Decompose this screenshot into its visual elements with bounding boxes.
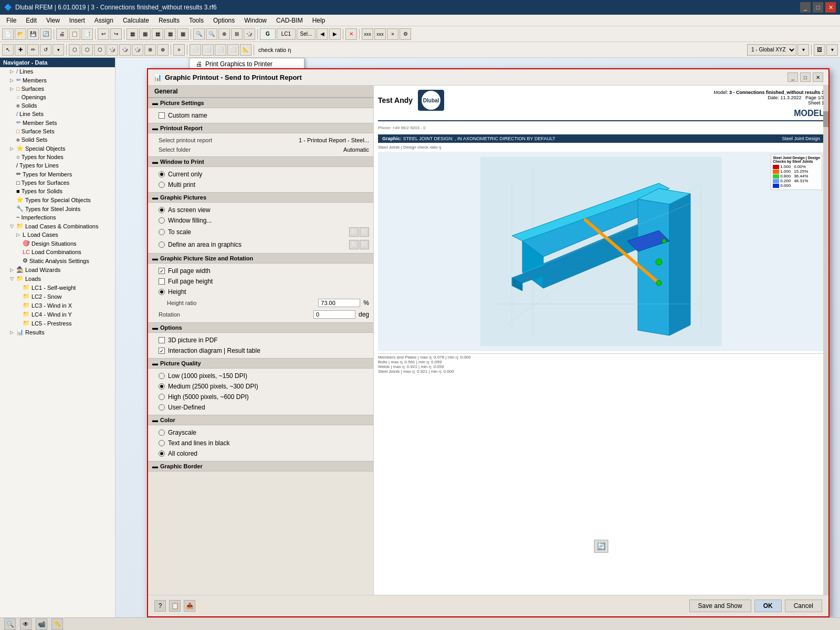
tb2-more[interactable]: ▾ xyxy=(52,44,64,56)
menu-cad-bim[interactable]: CAD-BIM xyxy=(272,16,307,25)
nav-item-imperfections[interactable]: ~ Imperfections xyxy=(0,213,115,222)
dialog-tab-general[interactable]: General xyxy=(148,86,373,98)
radio-to-scale[interactable] xyxy=(159,229,165,235)
menu-edit[interactable]: Edit xyxy=(22,16,41,25)
scale-w[interactable]: ⬜ xyxy=(349,227,359,237)
tb-new[interactable]: 📄 xyxy=(2,28,14,40)
right-scrollbar[interactable] xyxy=(823,86,828,595)
save-show-button[interactable]: Save and Show xyxy=(689,600,751,612)
tb-view3d[interactable]: 🎲 xyxy=(244,28,255,40)
cb-3d-pdf[interactable] xyxy=(159,337,165,343)
tb2-icon2[interactable]: ⬡ xyxy=(81,44,93,56)
nav-item-loadcases[interactable]: ▷L Load Cases xyxy=(0,230,115,239)
tb-prev[interactable]: ◀ xyxy=(317,28,328,40)
menu-assign[interactable]: Assign xyxy=(90,16,118,25)
nav-item-loadcombo[interactable]: LC Load Combinations xyxy=(0,248,115,256)
radio-define-area[interactable] xyxy=(159,242,165,248)
section-header-picture-settings[interactable]: ▬ Picture Settings xyxy=(148,98,373,108)
tb2-view-drop[interactable]: ▾ xyxy=(797,44,809,56)
tb-lc-selector[interactable]: G xyxy=(260,28,276,40)
menu-calculate[interactable]: Calculate xyxy=(119,16,153,25)
tb-zoom-fit[interactable]: ⊕ xyxy=(218,28,230,40)
tb2-icon4[interactable]: 🎲 xyxy=(107,44,118,56)
tb2-pointer[interactable]: ↖ xyxy=(2,44,14,56)
tb2-cross[interactable]: ✚ xyxy=(15,44,26,56)
dialog-maximize[interactable]: □ xyxy=(800,72,811,82)
nav-item-typesmembers[interactable]: ✏ Types for Members xyxy=(0,170,115,178)
footer-help-button[interactable]: ? xyxy=(154,600,166,612)
tb-print3[interactable]: 📑 xyxy=(81,28,93,40)
footer-icon2-button[interactable]: 📋 xyxy=(169,600,181,612)
section-header-border[interactable]: ▬ Graphic Border xyxy=(148,461,373,471)
tb2-icon9[interactable]: ⬜ xyxy=(190,44,201,56)
status-icon1[interactable]: 🔍 xyxy=(4,618,16,630)
cancel-button[interactable]: Cancel xyxy=(785,600,822,612)
tb2-icon1[interactable]: ⬡ xyxy=(69,44,80,56)
nav-item-lc2[interactable]: 📁 LC2 - Snow xyxy=(0,292,115,301)
tb-refresh[interactable]: 🔄 xyxy=(40,28,51,40)
close-button[interactable]: ✕ xyxy=(825,2,836,13)
minimize-button[interactable]: _ xyxy=(800,2,811,13)
dialog-close[interactable]: ✕ xyxy=(813,72,823,82)
radio-quality-userdefined[interactable] xyxy=(159,404,165,411)
nav-item-typessteeljoints[interactable]: 🔧 Types for Steel Joints xyxy=(0,204,115,213)
status-icon2[interactable]: 👁 xyxy=(20,618,32,630)
radio-text-black[interactable] xyxy=(159,440,165,446)
nav-item-specialobj[interactable]: ▷⭐ Special Objects xyxy=(0,144,115,153)
tb-undo[interactable]: ↩ xyxy=(98,28,109,40)
tb-table5[interactable]: ▦ xyxy=(177,28,188,40)
tb-redo[interactable]: ↪ xyxy=(110,28,122,40)
tb2-view-select[interactable]: 1 - Global XYZ xyxy=(747,44,796,56)
tb2-pencil[interactable]: ✏ xyxy=(27,44,39,56)
radio-quality-low[interactable] xyxy=(159,373,165,379)
nav-item-members[interactable]: ▷✏ Members xyxy=(0,76,115,85)
radio-quality-medium[interactable] xyxy=(159,383,165,390)
tb-print2[interactable]: 📋 xyxy=(69,28,80,40)
nav-item-solids[interactable]: ■ Solids xyxy=(0,101,115,110)
custom-name-checkbox[interactable] xyxy=(159,112,165,119)
section-header-size-rotation[interactable]: ▬ Graphic Picture Size and Rotation xyxy=(148,253,373,264)
tb-expand[interactable]: » xyxy=(387,28,398,40)
tb-lc1[interactable]: LC1 xyxy=(277,28,296,40)
radio-height[interactable] xyxy=(159,289,165,295)
tb2-more2[interactable]: » xyxy=(173,44,185,56)
tb-delete[interactable]: ✕ xyxy=(345,28,357,40)
tb-settings[interactable]: ⚙ xyxy=(400,28,411,40)
tb2-render2[interactable]: ▾ xyxy=(826,44,838,56)
radio-screen-view[interactable] xyxy=(159,207,165,213)
tb-table3[interactable]: ▦ xyxy=(152,28,163,40)
tb-zoom-in[interactable]: 🔍 xyxy=(193,28,205,40)
radio-multi-print[interactable] xyxy=(159,182,165,188)
tb2-icon12[interactable]: ⬜ xyxy=(227,44,239,56)
radio-quality-high[interactable] xyxy=(159,394,165,400)
tb2-icon11[interactable]: ⬜ xyxy=(215,44,226,56)
dialog-minimize[interactable]: _ xyxy=(788,72,798,82)
rotation-input[interactable] xyxy=(313,310,355,319)
tb-table4[interactable]: ▦ xyxy=(164,28,176,40)
tb-sel[interactable]: Sel... xyxy=(297,28,316,40)
nav-item-loadwizards[interactable]: ▷🧙 Load Wizards xyxy=(0,265,115,274)
section-header-graphic-pictures[interactable]: ▬ Graphic Pictures xyxy=(148,192,373,203)
radio-current-only[interactable] xyxy=(159,171,165,177)
tb2-icon5[interactable]: 🎲 xyxy=(119,44,131,56)
tb2-icon6[interactable]: 🎲 xyxy=(132,44,143,56)
nav-item-lc3[interactable]: 📁 LC3 - Wind in X xyxy=(0,301,115,310)
menu-view[interactable]: View xyxy=(42,16,64,25)
cb-full-page-width[interactable] xyxy=(159,268,165,274)
radio-window-filling[interactable] xyxy=(159,217,165,224)
ok-button[interactable]: OK xyxy=(754,600,782,612)
cb-full-page-height[interactable] xyxy=(159,278,165,285)
preview-refresh-button[interactable]: 🔄 xyxy=(594,540,608,553)
tb2-icon8[interactable]: ⊕ xyxy=(157,44,169,56)
maximize-button[interactable]: □ xyxy=(813,2,823,13)
status-icon4[interactable]: 📏 xyxy=(51,618,63,630)
nav-item-typesnodes[interactable]: ○ Types for Nodes xyxy=(0,153,115,161)
nav-item-loads[interactable]: ▽📁 Loads xyxy=(0,274,115,283)
menu-results[interactable]: Results xyxy=(154,16,184,25)
section-header-window[interactable]: ▬ Window to Print xyxy=(148,156,373,167)
section-header-quality[interactable]: ▬ Picture Quality xyxy=(148,358,373,369)
nav-item-lc5[interactable]: 📁 LC5 - Prestress xyxy=(0,319,115,328)
tb-more2[interactable]: xxx xyxy=(374,28,386,40)
section-header-options[interactable]: ▬ Options xyxy=(148,322,373,333)
tb-zoom-out[interactable]: 🔍 xyxy=(206,28,217,40)
